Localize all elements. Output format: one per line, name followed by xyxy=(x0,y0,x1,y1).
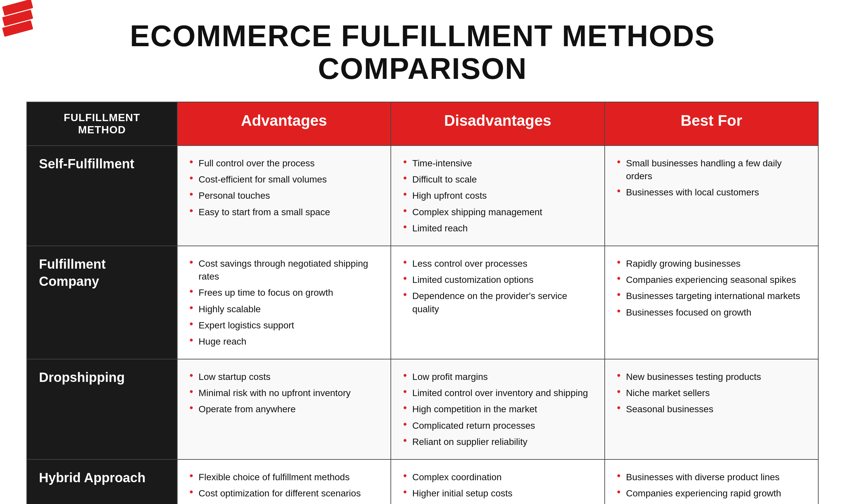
list-item: Physical stores combining online and in-… xyxy=(617,501,806,504)
list-item: Personal touches xyxy=(190,187,379,204)
list-item: Flexible choice of fulfillment methods xyxy=(190,469,379,485)
bestfor-cell: Small businesses handling a few daily or… xyxy=(605,146,818,246)
table-row: Hybrid ApproachFlexible choice of fulfil… xyxy=(27,460,818,504)
list-item: Reliant on supplier reliability xyxy=(403,434,592,450)
list-item: New businesses testing products xyxy=(617,369,806,385)
method-name-cell: Self-Fulfillment xyxy=(27,146,177,246)
disadvantages-cell: Time-intensiveDifficult to scaleHigh upf… xyxy=(391,146,605,246)
list-item: Cost optimization for different scenario… xyxy=(190,485,379,501)
method-name-cell: Hybrid Approach xyxy=(27,460,177,504)
list-item: Rapidly growing businesses xyxy=(617,255,806,272)
list-item: Businesses with diverse product lines xyxy=(617,469,806,485)
list-item: Limited reach xyxy=(403,220,592,236)
logo-stripes xyxy=(0,0,40,40)
list-item: Frees up time to focus on growth xyxy=(190,285,379,301)
advantages-cell: Flexible choice of fulfillment methodsCo… xyxy=(177,460,391,504)
advantages-cell: Full control over the processCost-effici… xyxy=(177,146,391,246)
bestfor-cell: Rapidly growing businessesCompanies expe… xyxy=(605,246,818,359)
table-header-row: FULFILLMENT METHOD Advantages Disadvanta… xyxy=(27,102,818,146)
list-item: Time-intensive xyxy=(403,155,592,171)
list-item: Niche market sellers xyxy=(617,385,806,401)
list-item: Higher initial setup costs xyxy=(403,485,592,501)
list-item: Operate from anywhere xyxy=(190,401,379,417)
list-item: Seasonal businesses xyxy=(617,401,806,417)
page-title: ECOMMERCE FULFILLMENT METHODS COMPARISON xyxy=(26,20,819,85)
method-name-cell: Fulfillment Company xyxy=(27,246,177,359)
list-item: Small businesses handling a few daily or… xyxy=(617,155,806,184)
list-item: Cost-efficient for small volumes xyxy=(190,171,379,187)
bestfor-cell: Businesses with diverse product linesCom… xyxy=(605,460,818,504)
list-item: Cost savings through negotiated shipping… xyxy=(190,255,379,285)
list-item: Businesses with local customers xyxy=(617,184,806,200)
page-wrapper: ECOMMERCE FULFILLMENT METHODS COMPARISON… xyxy=(0,0,845,504)
table-row: Self-FulfillmentFull control over the pr… xyxy=(27,146,818,246)
list-item: High competition in the market xyxy=(403,401,592,417)
list-item: Requires advanced inventory tracking sys… xyxy=(403,501,592,504)
list-item: Companies experiencing seasonal spikes xyxy=(617,272,806,288)
list-item: Minimal risk with no upfront inventory xyxy=(190,385,379,401)
list-item: Complex coordination xyxy=(403,469,592,485)
advantages-cell: Cost savings through negotiated shipping… xyxy=(177,246,391,359)
list-item: Low startup costs xyxy=(190,369,379,385)
col-method-header: FULFILLMENT METHOD xyxy=(27,102,177,146)
col-bestfor-header: Best For xyxy=(605,102,818,146)
list-item: Easy to start from a small space xyxy=(190,204,379,220)
list-item: Businesses targeting international marke… xyxy=(617,288,806,304)
disadvantages-cell: Low profit marginsLimited control over i… xyxy=(391,359,605,460)
list-item: Low profit margins xyxy=(403,369,592,385)
list-item: High upfront costs xyxy=(403,187,592,204)
list-item: Difficult to scale xyxy=(403,171,592,187)
list-item: Backup solutions for fulfillment issues xyxy=(190,501,379,504)
disadvantages-cell: Complex coordinationHigher initial setup… xyxy=(391,460,605,504)
list-item: Limited control over inventory and shipp… xyxy=(403,385,592,401)
list-item: Full control over the process xyxy=(190,155,379,171)
list-item: Dependence on the provider's service qua… xyxy=(403,288,592,317)
col-disadvantages-header: Disadvantages xyxy=(391,102,605,146)
list-item: Expert logistics support xyxy=(190,317,379,334)
col-advantages-header: Advantages xyxy=(177,102,391,146)
advantages-cell: Low startup costsMinimal risk with no up… xyxy=(177,359,391,460)
list-item: Huge reach xyxy=(190,334,379,349)
list-item: Complicated return processes xyxy=(403,417,592,434)
table-row: DropshippingLow startup costsMinimal ris… xyxy=(27,359,818,460)
disadvantages-cell: Less control over processesLimited custo… xyxy=(391,246,605,359)
page-header: ECOMMERCE FULFILLMENT METHODS COMPARISON xyxy=(26,20,819,85)
bestfor-cell: New businesses testing productsNiche mar… xyxy=(605,359,818,460)
list-item: Companies experiencing rapid growth xyxy=(617,485,806,501)
list-item: Businesses focused on growth xyxy=(617,304,806,321)
logo-area xyxy=(0,0,40,40)
list-item: Complex shipping management xyxy=(403,204,592,220)
table-row: Fulfillment CompanyCost savings through … xyxy=(27,246,818,359)
list-item: Less control over processes xyxy=(403,255,592,272)
comparison-table: FULFILLMENT METHOD Advantages Disadvanta… xyxy=(26,102,819,504)
method-name-cell: Dropshipping xyxy=(27,359,177,460)
list-item: Highly scalable xyxy=(190,301,379,317)
list-item: Limited customization options xyxy=(403,272,592,288)
